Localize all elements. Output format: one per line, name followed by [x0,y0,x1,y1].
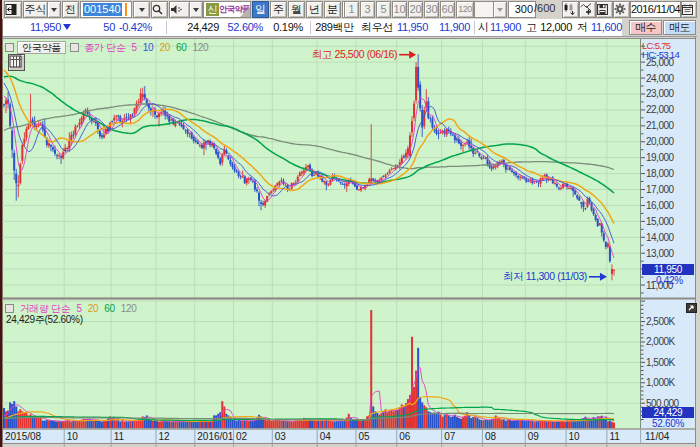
best-quote-label: 최우선 [361,19,393,36]
svg-text:20,000: 20,000 [646,136,675,147]
minute-button-5[interactable]: 5 [376,1,391,18]
svg-text:10: 10 [569,431,581,442]
volume-value: 24,429 [171,19,219,36]
last-date-label: 11/04 [645,431,670,442]
calendar-button[interactable] [681,1,697,18]
ma5-label: 5 [132,42,137,53]
vol-ma120-label: 120 [121,303,137,314]
compare-chart-button[interactable] [562,1,579,18]
price-legend-toggle[interactable] [5,43,14,52]
minute-button-60[interactable]: 60 [440,1,455,18]
stock-search-button[interactable] [151,1,168,18]
price-change-pct: -0.42% [117,19,152,36]
ma-legend-toggle[interactable] [70,43,79,52]
svg-text:23,000: 23,000 [646,88,675,99]
trendline-tool-button[interactable] [579,1,596,18]
svg-text:2016/01: 2016/01 [197,431,234,442]
volume-summary: 24,429주(52.60%) [6,313,83,327]
resize-grip-icon [240,7,250,17]
open-price: 11,900 [485,19,521,36]
stock-code-input[interactable]: 001540 [80,1,132,18]
new-listing-badge: 신 [206,3,219,16]
current-volume-ratio: 52.60% [642,418,694,429]
chevron-down-icon [139,8,145,15]
bar-count-total: /600 [534,2,555,14]
price-change: 50 [83,19,115,36]
svg-text:15,000: 15,000 [646,216,675,227]
chevron-down-icon [193,8,199,15]
svg-text:12: 12 [159,431,171,442]
chart-date-input[interactable]: 2016/11/04 [630,1,681,18]
buy-button[interactable]: 매수 [629,20,662,35]
svg-text:16,000: 16,000 [646,200,675,211]
market-select-value: 주식 [25,3,47,15]
interval-combo[interactable] [474,1,494,18]
market-select[interactable]: 주식 [23,1,48,18]
code-dropdown-button[interactable] [133,1,150,18]
period-button-2[interactable]: 주 [270,1,287,18]
svg-text:13,000: 13,000 [646,248,675,259]
chart-area: 11,00012,00013,00014,00015,00016,00017,0… [0,0,700,447]
chart-backgrounds [0,0,700,447]
bar-count-input[interactable]: 300 [508,1,536,18]
ma10-label: 10 [143,42,154,53]
current-price: 11,950 [23,19,61,36]
expand-arrow-icon [688,305,695,311]
minute-button-20[interactable]: 20 [408,1,423,18]
minute-button-3[interactable]: 3 [360,1,375,18]
period-button-4[interactable]: 년 [306,1,323,18]
best-bid: 11,950 [392,19,428,36]
candle-compare-icon [563,3,575,15]
sound-button[interactable] [169,1,190,18]
down-arrow-icon [61,19,71,36]
period-button-1[interactable]: 일 [252,1,269,18]
market-select-arrow[interactable] [47,1,61,18]
all-market-button[interactable]: 전 [62,1,79,18]
svg-text:2,000K: 2,000K [646,336,676,347]
minute-button-1[interactable]: 1 [344,1,359,18]
current-price-marker: 11,950 [642,264,694,275]
svg-text:11: 11 [609,431,620,442]
ma60-label: 60 [176,42,187,53]
stock-name-field[interactable]: 신 안국약품 [203,1,251,18]
svg-text:07: 07 [444,431,456,442]
trade-amount: 289백만 [298,19,354,36]
price-axis: 11,00012,00013,00014,00015,00016,00017,0… [641,46,675,293]
volume-panel-expand-button[interactable] [686,303,697,313]
data-grid-button[interactable] [8,54,25,71]
chart-settings-button[interactable] [613,1,630,18]
svg-text:18,000: 18,000 [646,168,675,179]
quote-bar: 11,950 50 -0.42% 24,429 52.60% 0.19% 289… [3,19,697,37]
svg-text:09: 09 [528,431,540,442]
high-annotation: 최고 25,500 (06/16) [312,48,397,60]
volume-legend-toggle[interactable] [5,304,14,313]
svg-text:08: 08 [485,431,497,442]
svg-text:22,000: 22,000 [646,104,675,115]
stock-chart[interactable]: 11,00012,00013,00014,00015,00016,00017,0… [0,0,700,447]
legend-stock-name: 안국약품 [17,41,66,54]
svg-text:19,000: 19,000 [646,152,675,163]
dock-panel-button[interactable] [4,1,22,18]
volume-axis: 500,0001,000K1,500K2,000K2,500K [641,301,680,419]
svg-text:10: 10 [67,431,79,442]
save-button[interactable] [596,1,613,18]
minute-button-30[interactable]: 30 [424,1,439,18]
minute-button-10[interactable]: 10 [392,1,407,18]
sell-button[interactable]: 매도 [663,20,696,35]
text-caret [125,3,127,16]
period-button-5[interactable]: 분 [324,1,341,18]
svg-text:05: 05 [358,431,370,442]
best-ask: 11,900 [434,19,470,36]
period-button-3[interactable]: 월 [288,1,305,18]
ma120-label: 120 [192,42,208,53]
minute-button-120[interactable]: 120 [456,1,474,18]
vol-ma60-label: 60 [104,303,115,314]
ma-type-label: 종가 단순 [84,42,125,53]
sound-dropdown-button[interactable] [189,1,203,18]
svg-text:17,000: 17,000 [646,184,675,195]
save-icon [597,4,608,15]
gear-icon [614,3,626,15]
interval-combo-arrow[interactable] [493,1,507,18]
low-annotation: 최저 11,300 (11/03) [503,270,587,282]
svg-text:2015/08: 2015/08 [5,431,42,442]
